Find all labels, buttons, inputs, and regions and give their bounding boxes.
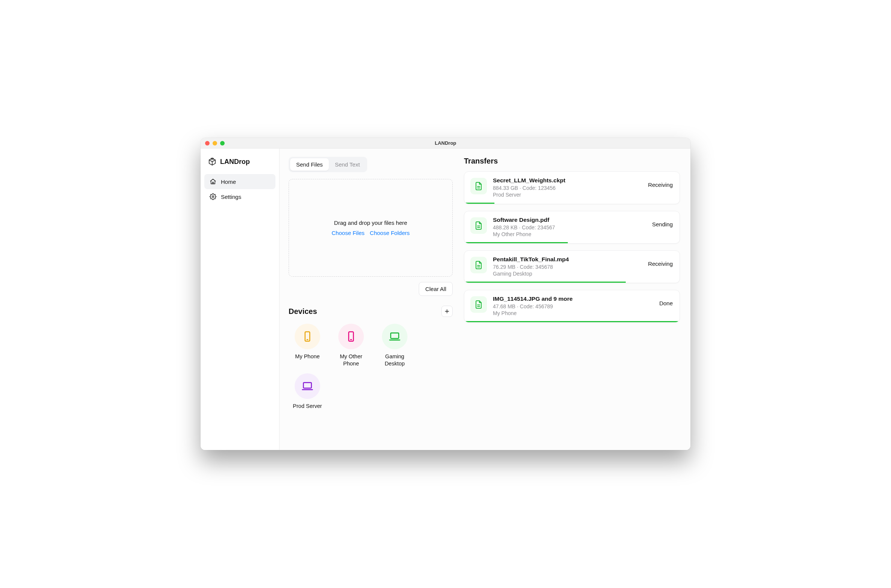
file-body: Software Design.pdf 488.28 KB · Code: 23… (493, 217, 646, 243)
file-name: Software Design.pdf (493, 217, 646, 223)
device-avatar (338, 324, 364, 349)
file-peer: My Other Phone (493, 231, 646, 237)
window-zoom-button[interactable] (220, 141, 225, 145)
svg-point-0 (212, 196, 214, 198)
sidebar-item-home[interactable]: Home (204, 174, 275, 189)
file-icon-wrap (470, 257, 487, 273)
file-body: Pentakill_TikTok_Final.mp4 76.29 MB · Co… (493, 256, 642, 283)
device-label: My Other Phone (332, 353, 370, 367)
tab-send-text[interactable]: Send Text (329, 158, 366, 171)
sidebar-item-label: Home (221, 179, 236, 185)
traffic-lights (201, 141, 225, 145)
device-avatar (295, 324, 320, 349)
svg-rect-5 (391, 333, 398, 339)
transfer-progress (464, 242, 568, 243)
file-icon (474, 300, 483, 309)
content-body: LANDrop Home Settings (201, 149, 690, 450)
device-item[interactable]: Prod Server (289, 373, 326, 410)
dropzone-links: Choose Files Choose Folders (331, 230, 409, 236)
plus-icon (444, 308, 450, 314)
sidebar: LANDrop Home Settings (201, 149, 280, 450)
file-peer: Prod Server (493, 192, 642, 198)
file-name: Pentakill_TikTok_Final.mp4 (493, 256, 642, 263)
tab-send-files[interactable]: Send Files (290, 158, 329, 171)
app-logo-icon (208, 158, 216, 166)
file-icon (474, 261, 483, 270)
transfer-progress (464, 282, 626, 283)
device-avatar (382, 324, 407, 349)
transfer-row: IMG_114514.JPG and 9 more 47.68 MB · Cod… (470, 296, 673, 322)
device-label: Prod Server (293, 403, 322, 410)
file-meta: 47.68 MB · Code: 456789 (493, 303, 653, 309)
file-icon-wrap (470, 217, 487, 234)
file-name: IMG_114514.JPG and 9 more (493, 296, 653, 302)
laptop-icon (301, 380, 313, 392)
file-meta: 884.33 GB · Code: 123456 (493, 185, 642, 191)
file-body: IMG_114514.JPG and 9 more 47.68 MB · Cod… (493, 296, 653, 322)
svg-rect-6 (303, 382, 311, 388)
transfers-list: Secret_LLM_Weights.ckpt 884.33 GB · Code… (464, 171, 680, 323)
dropzone-text: Drag and drop your files here (334, 220, 407, 226)
transfer-status: Receiving (648, 182, 673, 188)
gear-icon (210, 193, 216, 200)
file-peer: Gaming Desktop (493, 271, 642, 277)
choose-folders-link[interactable]: Choose Folders (370, 230, 410, 236)
file-body: Secret_LLM_Weights.ckpt 884.33 GB · Code… (493, 177, 642, 204)
laptop-icon (389, 330, 401, 342)
devices-title: Devices (289, 307, 317, 316)
devices-grid: My Phone My Other Phone Gaming Desktop P… (289, 324, 453, 410)
phone-icon (302, 331, 313, 342)
left-pane: Send Files Send Text Drag and drop your … (280, 149, 460, 450)
transfer-status: Done (659, 300, 673, 306)
sidebar-item-label: Settings (221, 194, 241, 200)
file-name: Secret_LLM_Weights.ckpt (493, 177, 642, 184)
transfer-progress (464, 321, 680, 322)
devices-header: Devices (289, 306, 453, 317)
app-window: LANDrop LANDrop (201, 138, 690, 450)
file-icon (474, 182, 483, 191)
app-name: LANDrop (220, 158, 250, 166)
transfer-card[interactable]: Pentakill_TikTok_Final.mp4 76.29 MB · Co… (464, 250, 680, 283)
transfer-row: Secret_LLM_Weights.ckpt 884.33 GB · Code… (470, 177, 673, 204)
file-icon (474, 221, 483, 230)
device-item[interactable]: My Phone (289, 324, 326, 367)
window-close-button[interactable] (205, 141, 210, 145)
window-minimize-button[interactable] (213, 141, 217, 145)
device-label: Gaming Desktop (376, 353, 414, 367)
transfer-card[interactable]: IMG_114514.JPG and 9 more 47.68 MB · Cod… (464, 290, 680, 323)
window-title: LANDrop (201, 140, 690, 146)
transfer-card[interactable]: Secret_LLM_Weights.ckpt 884.33 GB · Code… (464, 171, 680, 204)
sidebar-item-settings[interactable]: Settings (204, 189, 275, 204)
choose-files-link[interactable]: Choose Files (331, 230, 365, 236)
transfer-row: Pentakill_TikTok_Final.mp4 76.29 MB · Co… (470, 256, 673, 283)
file-icon-wrap (470, 178, 487, 194)
device-item[interactable]: Gaming Desktop (376, 324, 414, 367)
transfers-title: Transfers (464, 157, 680, 165)
file-meta: 76.29 MB · Code: 345678 (493, 264, 642, 270)
right-pane: Transfers Secret_LLM_Weights.ckpt 884.33… (460, 149, 690, 450)
transfer-card[interactable]: Software Design.pdf 488.28 KB · Code: 23… (464, 211, 680, 244)
app-brand: LANDrop (204, 155, 275, 174)
transfer-progress (464, 203, 494, 204)
device-label: My Phone (295, 353, 319, 360)
titlebar: LANDrop (201, 138, 690, 149)
send-mode-tabs: Send Files Send Text (289, 157, 367, 172)
add-device-button[interactable] (441, 306, 453, 317)
home-icon (210, 178, 216, 185)
transfer-status: Sending (652, 221, 673, 227)
device-avatar (295, 373, 320, 399)
file-meta: 488.28 KB · Code: 234567 (493, 224, 646, 230)
main: Send Files Send Text Drag and drop your … (280, 149, 690, 450)
clear-row: Clear All (289, 282, 453, 296)
file-dropzone[interactable]: Drag and drop your files here Choose Fil… (289, 179, 453, 277)
file-icon-wrap (470, 296, 487, 313)
transfer-status: Receiving (648, 261, 673, 267)
phone-icon (345, 331, 357, 342)
device-item[interactable]: My Other Phone (332, 324, 370, 367)
clear-all-button[interactable]: Clear All (419, 282, 453, 296)
transfer-row: Software Design.pdf 488.28 KB · Code: 23… (470, 217, 673, 243)
file-peer: My Phone (493, 310, 653, 316)
